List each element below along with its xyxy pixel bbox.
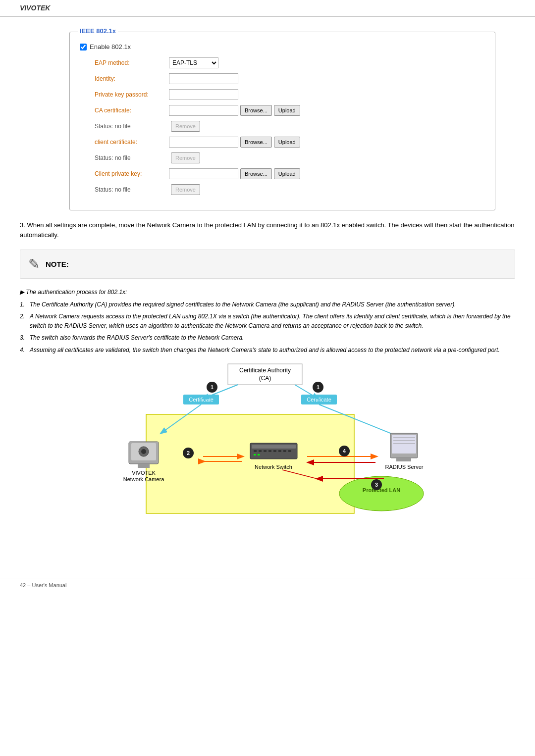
ca-upload-btn[interactable]: Upload (274, 105, 300, 116)
svg-rect-35 (254, 454, 256, 455)
ca-remove-btn[interactable]: Remove (171, 121, 200, 132)
identity-row: Identity: (80, 73, 485, 84)
auth-item4-text: Assuming all certificates are validated,… (30, 346, 500, 355)
svg-rect-28 (259, 450, 262, 452)
auth-item1: 1. The Certificate Authority (CA) provid… (20, 300, 515, 309)
auth-item1-num: 1. (20, 300, 30, 309)
ca-status-row: Status: no file Remove (80, 121, 485, 132)
client-key-status-text: Status: no file (95, 186, 169, 193)
private-key-label: Private key passord: (95, 91, 169, 98)
client-key-status-row: Status: no file Remove (80, 184, 485, 195)
eap-select-wrapper: EAP-TLS (169, 57, 218, 68)
num3: 3 (375, 482, 378, 488)
private-key-input[interactable] (169, 89, 238, 100)
enable-row: Enable 802.1x (80, 43, 485, 50)
svg-rect-29 (264, 450, 267, 452)
svg-point-1 (339, 476, 424, 511)
eap-method-label: EAP method: (95, 59, 169, 66)
enable-802-1x-label: Enable 802.1x (90, 43, 131, 50)
svg-rect-32 (278, 450, 281, 452)
identity-input[interactable] (169, 73, 238, 84)
auth-item1-text: The Certificate Authority (CA) provides … (30, 300, 456, 309)
client-status-text: Status: no file (95, 154, 169, 161)
ca-cert-row: CA certificate: Browse... Upload (80, 105, 485, 116)
radius-label: RADIUS Server (385, 464, 423, 470)
ca-browse-btn[interactable]: Browse... (240, 105, 272, 116)
ca-cert-input[interactable] (169, 105, 238, 116)
num1-right: 1 (317, 384, 320, 390)
svg-rect-36 (258, 454, 260, 455)
footer: 42 – User's Manual (0, 578, 535, 592)
client-key-remove-btn[interactable]: Remove (171, 184, 200, 195)
protected-lan-label: Protected LAN (363, 487, 400, 493)
ca-cert-label: CA certificate: (95, 107, 169, 114)
auth-process-section: ▶ The authentication process for 802.1x:… (20, 288, 515, 355)
svg-rect-39 (396, 458, 411, 461)
brand-logo: VIVOTEK (20, 4, 50, 12)
auth-item4: 4. Assuming all certificates are validat… (20, 346, 515, 355)
eap-method-select[interactable]: EAP-TLS (169, 57, 218, 68)
auth-item3-num: 3. (20, 333, 30, 343)
step3-text: 3. When all settings are complete, move … (20, 220, 515, 240)
auth-item2-num: 2. (20, 312, 30, 330)
client-key-browse-btn[interactable]: Browse... (240, 168, 272, 179)
client-status-row: Status: no file Remove (80, 152, 485, 163)
auth-item2: 2. A Network Camera requests access to t… (20, 312, 515, 330)
svg-rect-26 (252, 445, 296, 449)
client-cert-label: client certificate: (95, 139, 169, 146)
svg-rect-0 (146, 414, 354, 513)
client-cert-browse-btn[interactable]: Browse... (240, 137, 272, 148)
note-label: NOTE: (46, 260, 69, 268)
auth-diagram: Protected LAN Certificate Authority (CA)… (74, 360, 461, 538)
svg-rect-31 (273, 450, 276, 452)
ca-subtitle: (CA) (259, 375, 271, 382)
ieee-panel: IEEE 802.1x Enable 802.1x EAP method: EA… (69, 32, 495, 210)
client-key-input[interactable] (169, 168, 238, 179)
client-remove-btn[interactable]: Remove (171, 152, 200, 163)
cert-label-left: Certificate (189, 397, 214, 403)
auth-item3-text: The switch also forwards the RADIUS Serv… (30, 333, 244, 343)
svg-rect-34 (288, 450, 291, 452)
num4: 4 (343, 448, 346, 454)
vivotek-label: VIVOTEK (132, 470, 156, 476)
client-key-upload-btn[interactable]: Upload (274, 168, 300, 179)
private-key-row: Private key passord: (80, 89, 485, 100)
client-key-row: Client private key: Browse... Upload (80, 168, 485, 179)
client-cert-upload-btn[interactable]: Upload (274, 137, 300, 148)
ca-status-text: Status: no file (95, 123, 169, 130)
auth-item2-text: A Network Camera requests access to the … (30, 312, 515, 330)
client-key-label: Client private key: (95, 170, 169, 177)
ieee-panel-legend: IEEE 802.1x (78, 27, 118, 35)
svg-point-24 (141, 449, 146, 454)
header: VIVOTEK (0, 0, 535, 17)
num1-left: 1 (211, 384, 214, 390)
cert-label-right: Certificate (307, 397, 331, 403)
svg-rect-27 (254, 450, 257, 452)
svg-rect-22 (138, 464, 150, 468)
auth-intro: ▶ The authentication process for 802.1x: (20, 288, 515, 297)
network-switch-label: Network Switch (255, 464, 292, 470)
ca-title: Certificate Authority (239, 367, 291, 374)
note-box: ✎ NOTE: (20, 250, 515, 279)
num2: 2 (187, 450, 190, 456)
svg-rect-33 (283, 450, 286, 452)
main-content: IEEE 802.1x Enable 802.1x EAP method: EA… (0, 17, 535, 563)
note-pencil-icon: ✎ (28, 256, 40, 272)
auth-item3: 3. The switch also forwards the RADIUS S… (20, 333, 515, 343)
page-number: 42 – User's Manual (20, 582, 66, 588)
client-cert-input[interactable] (169, 137, 238, 148)
auth-item4-num: 4. (20, 346, 30, 355)
identity-label: Identity: (95, 75, 169, 82)
enable-802-1x-checkbox[interactable] (80, 44, 87, 50)
eap-method-row: EAP method: EAP-TLS (80, 57, 485, 68)
client-cert-row: client certificate: Browse... Upload (80, 137, 485, 148)
svg-rect-30 (268, 450, 271, 452)
network-camera-label: Network Camera (123, 476, 164, 482)
